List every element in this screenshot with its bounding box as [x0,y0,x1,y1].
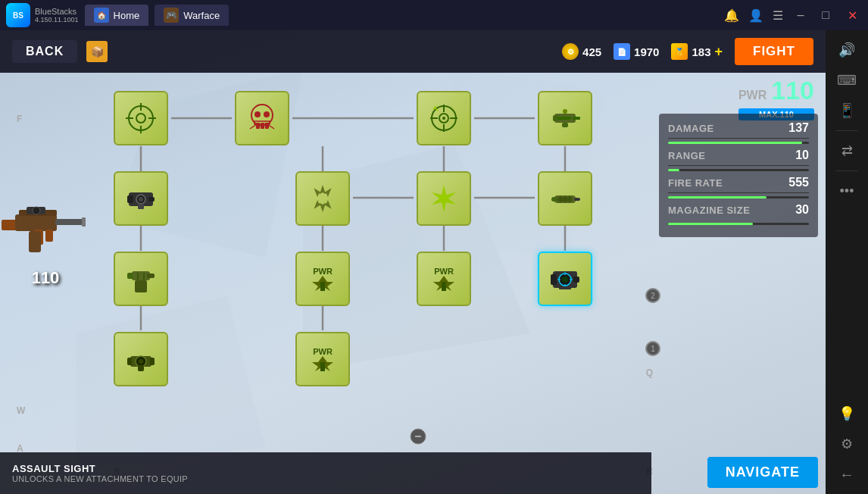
letter-q: Q [646,367,653,378]
node-pwr3[interactable]: PWR [295,332,350,386]
node-laser[interactable] [538,91,592,145]
coin-currency: ⚙ 425 [562,43,601,60]
node-blades[interactable] [295,171,350,226]
svg-rect-56 [562,123,568,127]
close-button[interactable]: ✕ [843,7,862,24]
sidebar-divider-2 [835,170,858,171]
svg-rect-72 [574,198,580,201]
node-grip[interactable] [114,252,168,306]
svg-marker-69 [432,185,456,212]
bottom-info: ASSAULT SIGHT UNLOCKS A NEW ATTACHMENT T… [0,452,651,494]
damage-label: DAMAGE [668,123,714,134]
node-sight[interactable] [114,332,168,386]
account-icon[interactable]: 👤 [748,8,763,23]
magazine-value: 30 [795,203,809,217]
sync-icon[interactable]: ⇄ [833,137,860,164]
svg-point-37 [264,111,270,117]
more-icon[interactable]: ••• [833,177,860,205]
svg-point-91 [562,277,568,283]
range-bar [668,169,679,171]
tab-warface[interactable]: 🎮 Warface [155,5,229,26]
node-suppressor[interactable] [538,171,592,226]
svg-rect-79 [147,274,155,278]
svg-rect-54 [557,117,571,120]
pwr-value: 110 [771,76,814,105]
fight-button[interactable]: FIGHT [735,38,813,65]
settings-icon[interactable]: ⚙ [833,430,860,458]
coin-icon: ⚙ [562,43,579,60]
svg-rect-62 [138,205,144,209]
svg-rect-86 [442,282,446,291]
magazine-stat: MAGAZINE SIZE 30 [668,203,809,220]
keyboard-icon[interactable]: ⌨ [833,67,860,94]
svg-rect-100 [127,358,132,365]
svg-rect-102 [138,365,144,371]
letter-f: F [17,114,22,124]
svg-point-46 [442,117,445,120]
node-skull[interactable] [235,91,289,145]
chest-icon[interactable]: 📦 [86,41,108,62]
game-area: BACK 📦 ⚙ 425 📄 1970 🥇 183 + [0,30,826,494]
svg-rect-78 [127,273,133,279]
svg-point-30 [136,114,145,123]
add-currency-button[interactable]: + [714,44,723,60]
node-pwr2[interactable]: PWR [417,252,471,306]
svg-rect-9 [29,231,41,252]
weapon-svg [0,193,87,258]
svg-rect-104 [320,362,325,371]
svg-point-99 [139,359,143,364]
node-scope-active[interactable] [538,252,592,306]
mobile-icon[interactable]: 📱 [833,97,860,124]
menu-icon[interactable]: ☰ [773,8,783,23]
gold-icon: 🥇 [671,43,688,60]
svg-rect-84 [320,282,325,291]
tab-home[interactable]: 🏠 Home [85,5,149,26]
game-topbar: BACK 📦 ⚙ 425 📄 1970 🥇 183 + [0,30,826,73]
back-nav-icon[interactable]: ← [833,461,860,488]
scroll-indicator[interactable] [409,427,427,449]
warface-icon: 🎮 [164,8,179,23]
node-crosshair[interactable] [114,91,168,145]
svg-rect-96 [559,286,571,289]
damage-bar [668,142,802,144]
svg-point-61 [139,197,143,202]
svg-rect-13 [82,217,86,227]
damage-stat: DAMAGE 137 [668,121,809,139]
weapon-level: 110 [32,268,60,288]
currency-group: ⚙ 425 📄 1970 🥇 183 + FIGHT [562,38,813,65]
doc-icon: 📄 [614,43,630,60]
fire-rate-stat: FIRE RATE 555 [668,176,809,193]
sound-icon[interactable]: 🔊 [833,36,860,64]
back-button[interactable]: BACK [12,40,77,63]
notification-icon[interactable]: 🔔 [724,8,739,23]
svg-rect-89 [573,277,579,283]
magazine-bar-wrap [668,223,809,225]
sidebar-divider-1 [835,130,858,131]
svg-rect-101 [150,358,155,365]
range-stat: RANGE 10 [668,149,809,166]
svg-rect-58 [127,195,133,203]
node-scope[interactable] [417,91,471,145]
fire-rate-bar-wrap [668,196,809,199]
titlebar: BS BlueStacks 4.150.11.1001 🏠 Home 🎮 War… [0,0,868,30]
doc-currency: 📄 1970 [614,43,659,60]
bottom-title: ASSAULT SIGHT [12,463,639,474]
maximize-button[interactable]: □ [817,7,834,23]
node-pwr1[interactable]: PWR [295,252,350,306]
bulb-icon[interactable]: 💡 [833,400,860,427]
svg-rect-39 [261,123,264,129]
magazine-label: MAGAZINE SIZE [668,205,750,216]
node-scope2[interactable] [114,171,168,226]
home-icon: 🏠 [94,8,109,23]
fire-rate-label: FIRE RATE [668,177,723,189]
svg-rect-7 [55,219,84,225]
minimize-button[interactable]: – [792,7,808,23]
svg-rect-4 [2,220,17,230]
node-star[interactable] [417,171,471,226]
gold-currency: 🥇 183 + [671,43,723,60]
range-label: RANGE [668,150,705,161]
magazine-bar [668,223,753,225]
stats-panel: DAMAGE 137 RANGE 10 FIRE RATE 555 [659,114,818,237]
svg-rect-5 [15,214,57,231]
navigate-button[interactable]: NAVIGATE [707,457,818,488]
